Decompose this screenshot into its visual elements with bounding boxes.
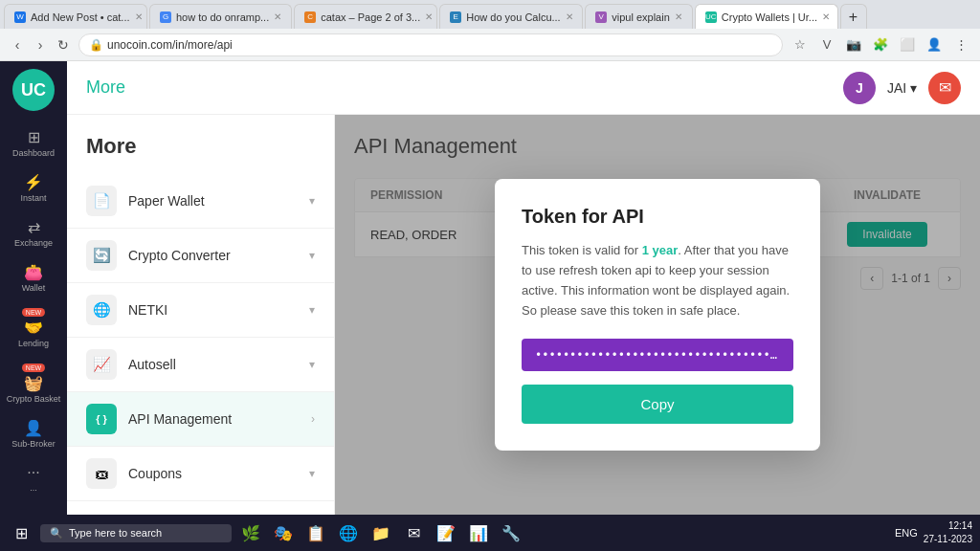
menu-item-netki[interactable]: 🌐 NETKI ▾ (67, 283, 334, 338)
menu-item-label-crypto-converter: Crypto Converter (128, 248, 298, 263)
tab-label-3: catax – Page 2 of 3... (321, 11, 420, 23)
tab-favicon-5: V (595, 11, 607, 23)
vivaldi-icon[interactable]: V (815, 33, 838, 56)
forward-button[interactable]: › (31, 35, 50, 55)
sidebar-item-label-exchange: Exchange (14, 238, 53, 248)
tab-close-2[interactable]: ✕ (274, 11, 281, 22)
sub-broker-icon: 👤 (24, 419, 43, 437)
sidebar-item-label-more: ... (30, 483, 37, 493)
sidebar: UC ⊞ Dashboard ⚡ Instant ⇄ Exchange 👛 Wa… (0, 61, 67, 515)
menu-item-label-netki: NETKI (128, 302, 298, 318)
sidebar-item-label-lending: Lending (18, 339, 49, 348)
star-icon[interactable]: ☆ (789, 33, 812, 56)
chevron-down-icon-autosell: ▾ (309, 358, 315, 371)
modal-title: Token for API (522, 206, 793, 228)
sidebar-item-dashboard[interactable]: ⊞ Dashboard (5, 122, 62, 164)
browser-tab-2[interactable]: G how to do onramp... ✕ (149, 4, 292, 29)
windows-start-icon[interactable]: ⊞ (8, 519, 34, 546)
sidebar-item-label-crypto-basket: Crypto Basket (7, 394, 61, 404)
exchange-icon: ⇄ (28, 218, 40, 236)
menu-item-label-api-management: API Management (128, 411, 300, 427)
taskbar-icon-2[interactable]: 🎭 (270, 519, 297, 546)
copy-button[interactable]: Copy (522, 385, 793, 424)
taskbar-time: 12:14 27-11-2023 (924, 519, 972, 546)
browser-navigation-controls: ‹ › ↻ (8, 35, 73, 55)
address-bar[interactable]: 🔒 unocoin.com/in/more/api (78, 33, 783, 56)
browser-tab-4[interactable]: E How do you Calcu... ✕ (439, 4, 583, 29)
chevron-down-icon-crypto-converter: ▾ (309, 249, 315, 262)
sidebar-item-instant[interactable]: ⚡ Instant (5, 167, 62, 209)
menu-item-paper-wallet[interactable]: 📄 Paper Wallet ▾ (67, 174, 334, 229)
taskbar-icon-1[interactable]: 🌿 (237, 519, 264, 546)
chevron-down-icon-coupons: ▾ (309, 467, 315, 480)
paper-wallet-icon: 📄 (86, 186, 117, 216)
menu-item-coupons[interactable]: 🎟 Coupons ▾ (67, 447, 334, 501)
browser-tab-1[interactable]: W Add New Post • cat... ✕ (4, 4, 147, 29)
lending-new-badge: NEW (22, 308, 45, 317)
taskbar: ⊞ 🔍 Type here to search 🌿 🎭 📋 🌐 📁 ✉ 📝 📊 … (0, 515, 980, 551)
taskbar-icon-8[interactable]: 📊 (465, 519, 492, 546)
notification-button[interactable]: ✉ (928, 72, 961, 104)
browser-tab-6[interactable]: UC Crypto Wallets | Ur... ✕ (695, 4, 838, 29)
menu-item-api-management[interactable]: { } API Management › (67, 392, 334, 447)
more-icon: ··· (27, 464, 39, 481)
side-menu-title: More (67, 134, 334, 174)
taskbar-system-icons: ENG 12:14 27-11-2023 (895, 519, 972, 546)
wallet-icon: 👛 (24, 263, 43, 281)
modal-overlay[interactable]: Token for API This token is valid for 1 … (335, 115, 980, 515)
sidebar-item-label-wallet: Wallet (22, 283, 46, 293)
refresh-button[interactable]: ↻ (54, 35, 73, 55)
browser-tab-3[interactable]: C catax – Page 2 of 3... ✕ (294, 4, 437, 29)
back-button[interactable]: ‹ (8, 35, 27, 55)
taskbar-search[interactable]: 🔍 Type here to search (40, 524, 232, 542)
taskbar-icon-7[interactable]: 📝 (433, 519, 459, 546)
sidebar-item-crypto-basket[interactable]: NEW 🧺 Crypto Basket (5, 358, 62, 409)
sidebar-item-wallet[interactable]: 👛 Wallet (5, 257, 62, 298)
tab-switcher-icon[interactable]: ⬜ (896, 33, 919, 56)
sidebar-item-sub-broker[interactable]: 👤 Sub-Broker (5, 413, 62, 454)
tab-close-4[interactable]: ✕ (566, 11, 573, 22)
taskbar-lang: ENG (895, 527, 918, 539)
sidebar-item-label-instant: Instant (20, 193, 46, 203)
chevron-down-icon-netki: ▾ (309, 303, 315, 317)
browser-tab-5[interactable]: V vipul explain ✕ (585, 4, 693, 29)
chevron-right-icon-api: › (311, 412, 315, 426)
app-logo[interactable]: UC (12, 69, 55, 111)
api-management-icon: { } (86, 404, 117, 434)
lending-icon: 🤝 (24, 319, 43, 337)
menu-item-crypto-converter[interactable]: 🔄 Crypto Converter ▾ (67, 229, 334, 283)
menu-item-autosell[interactable]: 📈 Autosell ▾ (67, 338, 334, 392)
taskbar-icon-6[interactable]: ✉ (400, 519, 427, 546)
tab-close-6[interactable]: ✕ (822, 11, 830, 22)
camera-icon[interactable]: 📷 (842, 33, 865, 56)
user-name: JAI ▾ (887, 80, 917, 96)
menu-icon[interactable]: ⋮ (949, 33, 972, 56)
taskbar-icon-5[interactable]: 📁 (368, 519, 394, 546)
user-avatar[interactable]: J (843, 72, 876, 104)
crypto-basket-icon: 🧺 (24, 374, 43, 392)
sidebar-item-more[interactable]: ··· ... (5, 458, 62, 498)
menu-item-label-autosell: Autosell (128, 357, 298, 372)
coupons-icon: 🎟 (86, 458, 117, 489)
sidebar-item-lending[interactable]: NEW 🤝 Lending (5, 302, 62, 354)
extensions-icon[interactable]: 🧩 (869, 33, 892, 56)
tab-label-4: How do you Calcu... (466, 11, 560, 23)
chevron-down-icon-paper-wallet: ▾ (309, 194, 315, 208)
dashboard-icon: ⊞ (28, 128, 40, 146)
new-tab-button[interactable]: + (840, 4, 867, 29)
instant-icon: ⚡ (24, 173, 43, 191)
profile-icon[interactable]: 👤 (923, 33, 946, 56)
taskbar-icon-3[interactable]: 📋 (302, 519, 329, 546)
url-text: unocoin.com/in/more/api (107, 38, 233, 52)
lock-icon: 🔒 (89, 38, 103, 52)
tab-close-1[interactable]: ✕ (135, 11, 143, 22)
taskbar-icon-9[interactable]: 🔧 (498, 519, 524, 546)
sidebar-item-exchange[interactable]: ⇄ Exchange (5, 212, 62, 253)
token-field[interactable]: ••••••••••••••••••••••••••••••••••••••••… (522, 339, 793, 371)
header-title: More (86, 77, 125, 98)
taskbar-icon-4[interactable]: 🌐 (335, 519, 362, 546)
tab-close-3[interactable]: ✕ (425, 11, 433, 22)
search-icon: 🔍 (50, 527, 63, 540)
tab-favicon-4: E (450, 11, 461, 23)
tab-close-5[interactable]: ✕ (675, 11, 682, 22)
